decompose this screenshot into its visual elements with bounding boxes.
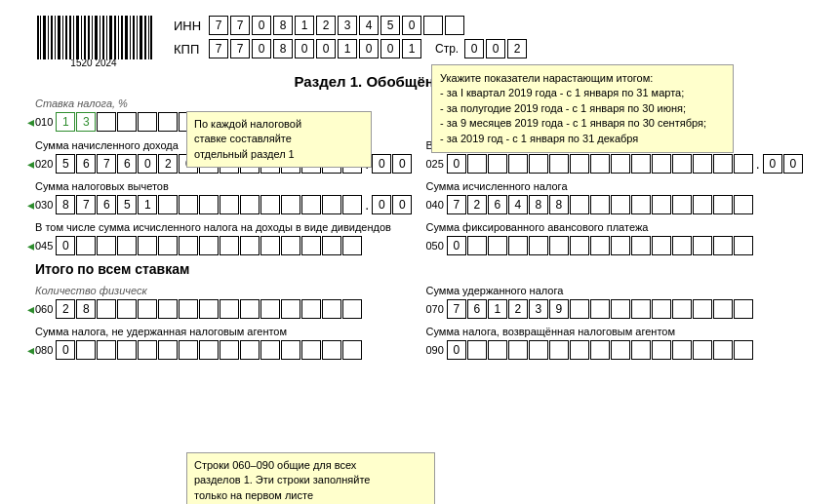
- row-025-num: 025: [426, 158, 444, 170]
- digit-cell: [570, 195, 589, 214]
- digit-cell: [549, 154, 569, 174]
- digit-cell: [240, 340, 260, 360]
- digit-cell: [179, 340, 198, 360]
- digit-cell: [693, 236, 712, 255]
- col-070: Сумма удержанного налога 070 761239: [426, 281, 810, 319]
- svg-rect-4: [48, 16, 49, 57]
- svg-rect-11: [73, 16, 74, 57]
- kpp-digit: 0: [295, 39, 314, 58]
- digit-cell: [508, 340, 528, 360]
- row-040-field: 040 726488: [426, 195, 810, 214]
- digits-040: 726488: [447, 195, 753, 214]
- str-digit: 0: [486, 39, 505, 58]
- digit-cell: [488, 340, 507, 360]
- marker-020: ◂: [27, 156, 34, 172]
- svg-rect-8: [62, 16, 63, 57]
- col-040: Сумма исчисленного налога 040 726488: [426, 176, 810, 214]
- digit-cell: 0: [447, 236, 466, 255]
- digit-cell: [281, 195, 300, 214]
- inn-digit: [445, 16, 464, 35]
- digit-cell: [281, 340, 300, 360]
- str-label: Стр.: [435, 42, 459, 56]
- digit-cell: [631, 340, 651, 360]
- label-060: Количество физическ: [35, 285, 147, 296]
- digit-cell: [734, 299, 753, 319]
- kpp-digit: 8: [273, 39, 293, 58]
- svg-rect-10: [69, 16, 71, 57]
- barcode-area: // Will be rendered by inline approach: [35, 16, 162, 69]
- inn-digit: 8: [273, 16, 293, 35]
- label-080: Сумма налога, не удержанная налоговым аг…: [35, 326, 287, 337]
- section-title-text: Раздел 1. Обобщён: [294, 73, 433, 90]
- digit-cell: [158, 236, 178, 255]
- digit-cell: [652, 299, 671, 319]
- row-045-050-container: В том числе сумма исчисленного налога на…: [35, 217, 809, 255]
- page: // Will be rendered by inline approach: [0, 0, 840, 504]
- digit-cell: [652, 236, 671, 255]
- row-045-field: ◂ 045 0: [35, 236, 419, 255]
- digit-cell: [342, 340, 362, 360]
- kpp-digit: 0: [380, 39, 400, 58]
- inn-kpp-section: ИНН 7708123450 КПП 7708001001 Стр. 002: [174, 16, 527, 58]
- digit-cell: [76, 236, 96, 255]
- digit-cell: 7: [97, 154, 116, 174]
- digit-cell: [488, 154, 507, 174]
- inn-digit: 4: [359, 16, 379, 35]
- digit-cell: [529, 154, 548, 174]
- callout-stroki: Строки 060–090 общие для всехразделов 1.…: [186, 452, 435, 504]
- label-090: Сумма налога, возвращённая налоговым аге…: [426, 326, 676, 337]
- col-050: Сумма фиксированного авансового платежа …: [426, 217, 810, 255]
- digit-cell: 6: [117, 154, 137, 174]
- digit-cell: [611, 236, 630, 255]
- digit-cell: 6: [76, 154, 96, 174]
- inn-digit: 1: [295, 16, 314, 35]
- digit-cell: [76, 340, 96, 360]
- col-045: В том числе сумма исчисленного налога на…: [35, 217, 419, 255]
- digit-cell: [590, 236, 610, 255]
- row-020-num: 020: [35, 158, 53, 170]
- digits-060: 28: [56, 299, 362, 319]
- dec-030: 00: [372, 195, 412, 214]
- svg-rect-15: [88, 16, 90, 57]
- svg-rect-16: [92, 16, 93, 57]
- barcode-image: // Will be rendered by inline approach: [35, 16, 152, 69]
- row-060-field: ◂ 060 28: [35, 299, 419, 319]
- digit-cell: [734, 340, 753, 360]
- digit-cell: 0: [763, 154, 782, 174]
- digit-cell: 5: [117, 195, 137, 214]
- svg-rect-7: [58, 16, 60, 57]
- svg-rect-1: [37, 16, 39, 57]
- digit-cell: 0: [372, 195, 391, 214]
- digits-070: 761239: [447, 299, 753, 319]
- digits-025: 0: [447, 154, 753, 174]
- digit-cell: [549, 236, 569, 255]
- label-030: Сумма налоговых вычетов: [35, 180, 169, 192]
- digit-cell: 0: [138, 154, 157, 174]
- digit-cell: [138, 112, 157, 132]
- digit-cell: [117, 112, 137, 132]
- kpp-digit: 7: [209, 39, 228, 58]
- digit-cell: 6: [97, 195, 116, 214]
- digit-cell: [199, 340, 219, 360]
- row-080-090-container: Сумма налога, не удержанная налоговым аг…: [35, 322, 809, 360]
- inn-digits: 7708123450: [209, 16, 464, 35]
- svg-rect-6: [55, 16, 56, 57]
- svg-rect-12: [76, 16, 79, 57]
- digit-cell: 8: [76, 299, 96, 319]
- digit-cell: [631, 299, 651, 319]
- digit-cell: [220, 236, 239, 255]
- inn-row: ИНН 7708123450: [174, 16, 527, 35]
- digit-cell: [488, 236, 507, 255]
- row-080-num: 080: [35, 344, 53, 356]
- digit-cell: [672, 236, 692, 255]
- row-060-num: 060: [35, 303, 53, 315]
- row-030-040-container: Сумма налоговых вычетов ◂ 030 87651 . 00…: [35, 176, 809, 214]
- digit-cell: [342, 299, 362, 319]
- row-010-num: 010: [35, 116, 53, 128]
- digit-cell: 3: [76, 112, 96, 132]
- kpp-digits: 7708001001: [209, 39, 421, 58]
- digit-cell: 2: [467, 195, 487, 214]
- digit-cell: [611, 299, 630, 319]
- row-080-field: ◂ 080 0: [35, 340, 419, 360]
- row-050-field: 050 0: [426, 236, 810, 255]
